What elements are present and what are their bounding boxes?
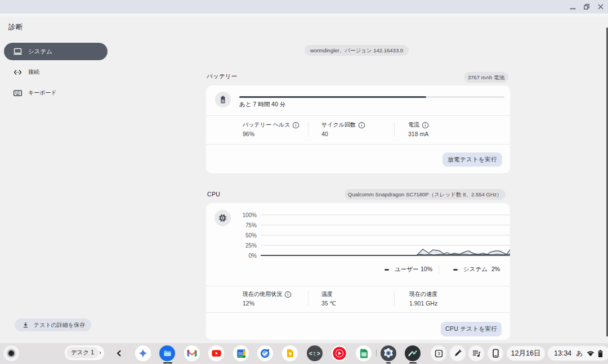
- svg-text:3: 3: [437, 351, 440, 356]
- svg-text:50%: 50%: [245, 232, 257, 239]
- svg-text:t: t: [313, 350, 316, 357]
- svg-text:25%: 25%: [245, 242, 257, 249]
- svg-text:100%: 100%: [242, 212, 257, 218]
- svg-text:>: >: [317, 350, 320, 357]
- svg-text:<: <: [309, 350, 312, 357]
- svg-text:31: 31: [238, 350, 243, 356]
- svg-text:75%: 75%: [245, 222, 257, 228]
- svg-text:0%: 0%: [249, 253, 257, 259]
